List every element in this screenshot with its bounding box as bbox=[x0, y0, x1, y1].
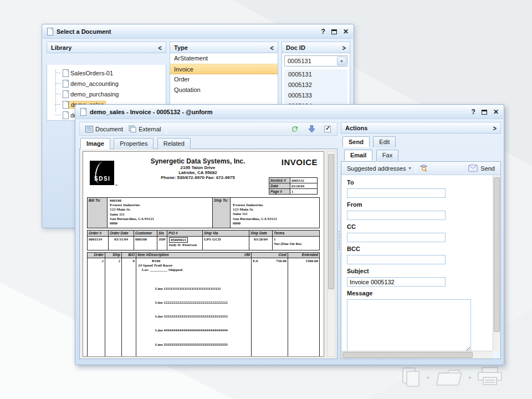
suggested-addresses-label: Suggested addresses bbox=[347, 165, 406, 172]
docid-item[interactable]: 0005131 bbox=[284, 69, 347, 80]
invoice-page: SDSI ™ Synergetic Data Systems, Inc. 219… bbox=[83, 151, 324, 357]
item-note-line: Line 333333333333333333333333333333333 bbox=[155, 314, 250, 319]
document-page-icon bbox=[63, 90, 69, 98]
subject-input[interactable] bbox=[347, 277, 446, 287]
actions-header[interactable]: Actions > bbox=[341, 122, 501, 134]
help-button[interactable]: ? bbox=[472, 109, 475, 115]
type-panel-header[interactable]: Type < bbox=[170, 42, 278, 53]
help-button[interactable]: ? bbox=[321, 28, 325, 35]
invoice-title: INVOICE bbox=[282, 157, 318, 167]
tab-properties[interactable]: Properties bbox=[114, 138, 154, 149]
docid-combobox[interactable]: 0005131 ▾ bbox=[284, 55, 347, 66]
item-description: 24 Speed Trail Racer bbox=[138, 263, 250, 268]
actions-tabs: Send Edit bbox=[341, 136, 501, 148]
select-window-titlebar[interactable]: Select a Document ? ✕ bbox=[43, 25, 353, 39]
cc-label: CC bbox=[347, 223, 487, 230]
library-panel-header[interactable]: Library < bbox=[47, 42, 166, 53]
expand-right-icon[interactable]: > bbox=[493, 124, 497, 131]
type-item[interactable]: Quotation bbox=[170, 85, 278, 95]
po-contact: Judy D. Peterson bbox=[168, 243, 201, 247]
chevron-down-icon: ▾ bbox=[408, 166, 411, 171]
to-input[interactable] bbox=[347, 188, 446, 198]
tab-image[interactable]: Image bbox=[80, 138, 110, 149]
ship-date: 03/20/04 bbox=[249, 237, 273, 250]
item-note-line: Line 111111111111111111111111111111111 bbox=[155, 287, 250, 291]
ship-to-address: Everest Industries 123 Main St. Suite 11… bbox=[231, 198, 319, 228]
combo-dropdown-button[interactable]: ▾ bbox=[337, 57, 346, 65]
library-item[interactable]: SalesOrders-01 bbox=[47, 68, 166, 78]
items-col-header: Ship bbox=[105, 253, 122, 258]
document-page-icon bbox=[47, 28, 53, 35]
cc-input[interactable] bbox=[347, 233, 446, 242]
expand-right-icon[interactable]: > bbox=[342, 43, 346, 51]
form-vertical-scrollbar[interactable] bbox=[493, 175, 500, 351]
collapse-left-icon[interactable]: < bbox=[158, 43, 162, 51]
docid-item[interactable]: 0005133 bbox=[284, 90, 347, 101]
items-col-header: B/O bbox=[122, 253, 136, 258]
scrollbar-thumb[interactable] bbox=[328, 154, 334, 289]
library-item[interactable]: demo_accounting bbox=[47, 78, 166, 89]
suggested-addresses-dropdown[interactable]: Suggested addresses ▾ bbox=[345, 164, 413, 173]
terms-line2: Net (Due On Rec bbox=[274, 242, 318, 246]
scrollbar-thumb[interactable] bbox=[494, 177, 500, 332]
ship-to-line: Everest Industries bbox=[233, 203, 317, 207]
background-workflow-icons: ▸ ▸ bbox=[400, 366, 503, 388]
download-icon[interactable] bbox=[308, 125, 316, 133]
address-search-icon[interactable] bbox=[419, 164, 428, 172]
viewer-tabs: Image Properties Related bbox=[79, 137, 337, 149]
select-window-title: Select a Document bbox=[57, 28, 111, 35]
ship-to-line: 123 Main St. bbox=[233, 207, 317, 212]
maximize-button[interactable] bbox=[482, 110, 487, 115]
ship-to-line: 0000 bbox=[233, 221, 317, 226]
tab-related[interactable]: Related bbox=[157, 138, 191, 149]
company-address1: 2195 Talon Drive bbox=[137, 165, 259, 170]
maximize-button[interactable] bbox=[331, 29, 337, 34]
type-item[interactable]: ArStatement bbox=[170, 53, 278, 64]
scrollbar-thumb[interactable] bbox=[342, 352, 473, 358]
send-button-label: Send bbox=[480, 165, 495, 172]
viewer-window-title: demo_sales - Invoice - 0005132 - @unform bbox=[90, 109, 213, 115]
order-info-table: Order # Order Date Customer Sls P/O # Sh… bbox=[87, 230, 320, 250]
bill-to-line: 000100 bbox=[110, 198, 210, 203]
tab-send[interactable]: Send bbox=[342, 136, 370, 147]
collapse-left-icon[interactable]: < bbox=[270, 43, 274, 51]
actions-header-label: Actions bbox=[345, 125, 367, 131]
viewer-window-titlebar[interactable]: demo_sales - Invoice - 0005132 - @unform… bbox=[76, 105, 503, 119]
type-item[interactable]: Order bbox=[170, 74, 278, 85]
viewer-toolbar: Document External bbox=[79, 122, 337, 136]
subject-label: Subject bbox=[347, 268, 487, 274]
tab-email[interactable]: Email bbox=[344, 150, 372, 161]
docid-panel-header[interactable]: Doc ID > bbox=[282, 42, 350, 53]
message-textarea[interactable] bbox=[347, 299, 471, 351]
close-button[interactable]: ✕ bbox=[493, 109, 499, 115]
docid-item[interactable]: 0005132 bbox=[284, 80, 347, 90]
verified-checkbox[interactable]: ✓ bbox=[324, 126, 331, 132]
order-col-header: Order Date bbox=[109, 231, 134, 236]
type-header-label: Type bbox=[174, 44, 188, 51]
resize-grip-icon[interactable] bbox=[466, 347, 470, 351]
document-vertical-scrollbar[interactable] bbox=[327, 151, 335, 357]
documents-icon bbox=[400, 366, 422, 388]
library-item-label: SalesOrders-01 bbox=[69, 69, 115, 77]
send-button[interactable]: Send bbox=[468, 165, 497, 172]
bill-to-line: Everest Industries bbox=[110, 203, 210, 207]
external-button[interactable]: External bbox=[126, 124, 163, 134]
company-block: Synergetic Data Systems, Inc. 2195 Talon… bbox=[137, 157, 259, 180]
refresh-icon[interactable] bbox=[290, 125, 299, 134]
bcc-input[interactable] bbox=[347, 255, 446, 264]
tab-edit[interactable]: Edit bbox=[373, 136, 396, 147]
item-lot-line: Lot: _________ Shipped: bbox=[142, 268, 250, 272]
item-note-line: Line 444444444444444444444444444444444 bbox=[155, 328, 250, 332]
close-button[interactable]: ✕ bbox=[343, 28, 349, 35]
form-horizontal-scrollbar[interactable] bbox=[341, 351, 493, 359]
item-note-line: Line 666666666666666666666666666666666 bbox=[155, 356, 250, 357]
type-item-selected[interactable]: Invoice bbox=[170, 64, 278, 74]
tab-fax[interactable]: Fax bbox=[376, 150, 398, 161]
from-input[interactable] bbox=[347, 211, 446, 220]
line-items-table: Order Ship B/O Item #/Description UM Cos… bbox=[87, 252, 320, 357]
document-button[interactable]: Document bbox=[83, 125, 126, 134]
item-cost: 750.00 bbox=[276, 259, 287, 357]
order-col-header: Ship Via bbox=[203, 231, 249, 236]
company-phone: Phone: 530/672-9970 Fax: 672-9975 bbox=[137, 175, 259, 180]
library-item[interactable]: demo_purchasing bbox=[47, 89, 166, 99]
